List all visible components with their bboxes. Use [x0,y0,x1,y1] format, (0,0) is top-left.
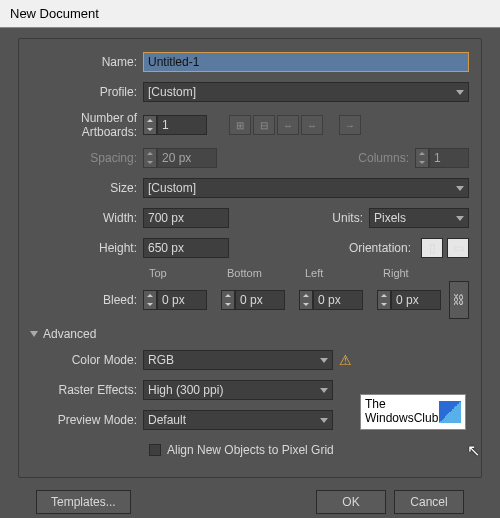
bleed-top-input[interactable]: 0 px [157,290,207,310]
spacing-label: Spacing: [31,151,143,165]
advanced-toggle[interactable]: Advanced [31,327,469,341]
align-checkbox[interactable] [149,444,161,456]
columns-value: 1 [434,151,441,165]
artboards-label: Number of Artboards: [31,111,143,139]
artboards-value: 1 [162,118,169,132]
window-title: New Document [10,6,99,21]
rtl-icon[interactable]: ↔ [277,115,299,135]
bleed-headers: Top Bottom Left Right [31,267,469,279]
columns-label: Columns: [358,151,415,165]
footer: Templates... OK Cancel [18,490,482,514]
size-dropdown[interactable]: [Custom] [143,178,469,198]
bleed-bottom-input[interactable]: 0 px [235,290,285,310]
bleed-right-input[interactable]: 0 px [391,290,441,310]
colormode-dropdown[interactable]: RGB [143,350,333,370]
name-input[interactable]: Untitled-1 [143,52,469,72]
artboards-stepper[interactable]: 1 [143,115,207,135]
cursor-icon: ↖ [467,441,480,460]
preview-label: Preview Mode: [31,413,143,427]
ok-button[interactable]: OK [316,490,386,514]
arrow-right-icon[interactable]: → [339,115,361,135]
height-label: Height: [31,241,143,255]
grid-arrange-icon[interactable]: ⊞ [229,115,251,135]
profile-value: [Custom] [148,85,196,99]
title-bar: New Document [0,0,500,28]
width-input[interactable]: 700 px [143,208,229,228]
align-label: Align New Objects to Pixel Grid [167,443,334,457]
cancel-button[interactable]: Cancel [394,490,464,514]
profile-label: Profile: [31,85,143,99]
ltr-icon[interactable]: ↔ [301,115,323,135]
chevron-down-icon [456,90,464,95]
bleed-left-input[interactable]: 0 px [313,290,363,310]
preview-dropdown[interactable]: Default [143,410,333,430]
chevron-down-icon [320,358,328,363]
profile-dropdown[interactable]: [Custom] [143,82,469,102]
units-label: Units: [332,211,369,225]
raster-dropdown[interactable]: High (300 ppi) [143,380,333,400]
warning-icon: ⚠ [339,352,352,368]
size-value: [Custom] [148,181,196,195]
dialog-body: Name: Untitled-1 Profile: [Custom] Numbe… [0,28,500,518]
name-value: Untitled-1 [148,55,199,69]
disclosure-triangle-icon [30,331,38,337]
row-arrange-icon[interactable]: ⊟ [253,115,275,135]
units-dropdown[interactable]: Pixels [369,208,469,228]
bleed-label: Bleed: [31,293,143,307]
orientation-portrait-icon[interactable]: ▯ [421,238,443,258]
size-label: Size: [31,181,143,195]
raster-label: Raster Effects: [31,383,143,397]
chevron-down-icon [320,418,328,423]
watermark-logo: The WindowsClub [360,394,466,430]
chevron-down-icon [456,186,464,191]
chevron-down-icon [320,388,328,393]
orientation-label: Orientation: [349,241,417,255]
colormode-label: Color Mode: [31,353,143,367]
spacing-stepper: 20 px [143,148,217,168]
width-label: Width: [31,211,143,225]
spacing-value: 20 px [162,151,191,165]
height-input[interactable]: 650 px [143,238,229,258]
name-label: Name: [31,55,143,69]
units-value: Pixels [374,211,406,225]
logo-square-icon [439,401,461,423]
columns-stepper: 1 [415,148,469,168]
orientation-landscape-icon[interactable]: ▭ [447,238,469,258]
templates-button[interactable]: Templates... [36,490,131,514]
link-bleed-icon[interactable]: ⛓ [449,281,469,319]
chevron-down-icon [456,216,464,221]
